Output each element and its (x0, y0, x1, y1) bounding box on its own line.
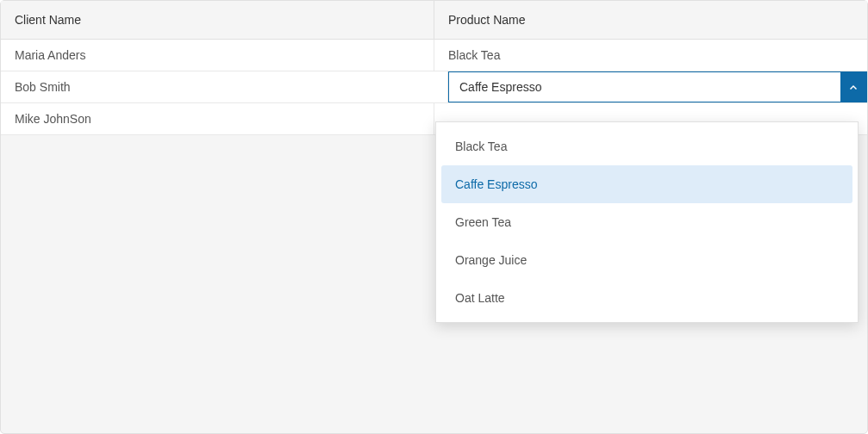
dropdown-option[interactable]: Black Tea (441, 127, 852, 165)
grid-header: Client Name Product Name (1, 1, 867, 40)
table-row: Maria Anders Black Tea (1, 40, 867, 71)
dropdown-option[interactable]: Green Tea (441, 203, 852, 241)
chevron-up-icon (849, 83, 858, 91)
dropdown-option-selected[interactable]: Caffe Espresso (441, 165, 852, 203)
table-row: Bob Smith (1, 71, 867, 103)
column-header-product[interactable]: Product Name (434, 1, 867, 39)
client-cell[interactable]: Mike JohnSon (1, 103, 434, 134)
data-grid: Client Name Product Name Maria Anders Bl… (0, 0, 868, 434)
dropdown-option[interactable]: Orange Juice (441, 241, 852, 279)
dropdown-panel: Black Tea Caffe Espresso Green Tea Orang… (435, 121, 859, 323)
product-cell[interactable]: Black Tea (434, 40, 867, 71)
client-cell[interactable]: Maria Anders (1, 40, 434, 71)
combobox-input[interactable] (449, 72, 840, 102)
dropdown-option[interactable]: Oat Latte (441, 279, 852, 317)
combobox-toggle-button[interactable] (840, 72, 866, 102)
combobox (448, 71, 867, 102)
product-cell-editing (448, 71, 867, 102)
client-cell[interactable]: Bob Smith (1, 71, 448, 102)
column-header-client[interactable]: Client Name (1, 1, 434, 39)
